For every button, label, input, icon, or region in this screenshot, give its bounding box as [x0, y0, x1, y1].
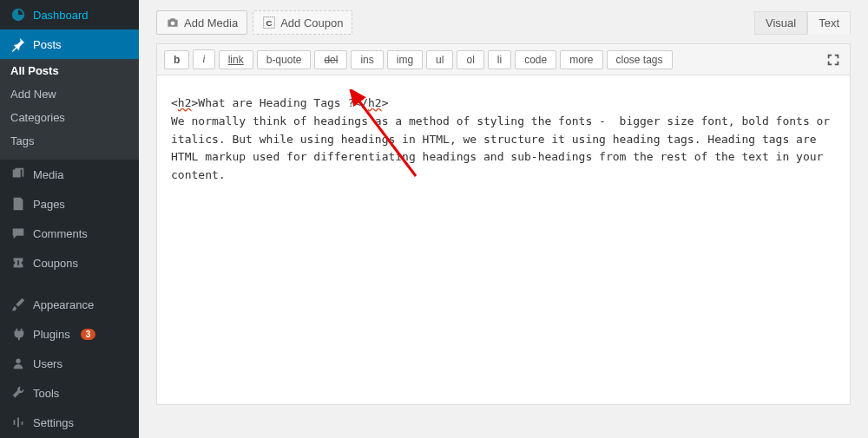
- media-icon: [10, 167, 26, 182]
- add-media-button[interactable]: Add Media: [156, 10, 247, 35]
- dashboard-icon: [10, 7, 26, 23]
- sidebar-item-plugins[interactable]: Plugins 3: [0, 319, 139, 349]
- toolbar-bquote[interactable]: b-quote: [257, 50, 312, 69]
- svg-text:C: C: [266, 18, 273, 28]
- sidebar-item-appearance[interactable]: Appearance: [0, 290, 139, 319]
- brush-icon: [10, 297, 26, 312]
- sidebar-item-media[interactable]: Media: [0, 160, 139, 189]
- plugin-icon: [10, 326, 26, 342]
- svg-point-0: [16, 359, 20, 363]
- text-editor-toolbar: b i link b-quote del ins img ul ol li co…: [156, 43, 851, 75]
- toolbar-del[interactable]: del: [314, 50, 347, 69]
- tab-visual[interactable]: Visual: [754, 11, 807, 35]
- tools-icon: [10, 385, 26, 401]
- camera-icon: [166, 16, 180, 29]
- tag-close: </h2>: [354, 96, 388, 109]
- sidebar-item-posts[interactable]: Posts: [0, 29, 139, 59]
- sidebar-item-tools[interactable]: Tools: [0, 378, 139, 408]
- heading-text: What are Heading Tags ?: [198, 96, 354, 109]
- settings-icon: [10, 415, 26, 430]
- toolbar-ins[interactable]: ins: [351, 50, 383, 69]
- sidebar-item-coupons[interactable]: Coupons: [0, 248, 139, 278]
- sidebar-item-label: Coupons: [33, 257, 78, 270]
- toolbar-bold[interactable]: b: [164, 50, 189, 69]
- coupon-c-icon: C: [262, 16, 276, 29]
- toolbar-img[interactable]: img: [387, 50, 423, 69]
- add-coupon-button[interactable]: C Add Coupon: [253, 10, 352, 35]
- media-toolbar: Add Media C Add Coupon Visual Text: [156, 10, 851, 35]
- sidebar-item-label: Dashboard: [33, 9, 89, 22]
- sidebar-item-label: Appearance: [33, 298, 94, 311]
- body-text: We normally think of headings as a metho…: [171, 114, 837, 181]
- plugins-update-badge: 3: [81, 329, 96, 340]
- sidebar-item-label: Settings: [33, 416, 74, 429]
- sidebar-item-label: Users: [33, 357, 62, 370]
- toolbar-li[interactable]: li: [488, 50, 511, 69]
- sidebar-subitem-tags[interactable]: Tags: [0, 129, 139, 153]
- sidebar-item-dashboard[interactable]: Dashboard: [0, 0, 139, 29]
- users-icon: [10, 356, 26, 371]
- toolbar-italic[interactable]: i: [193, 49, 214, 69]
- add-media-label: Add Media: [184, 16, 238, 29]
- fullscreen-icon: [825, 52, 841, 68]
- toolbar-code[interactable]: code: [515, 50, 556, 69]
- text-editor-area[interactable]: <h2>What are Heading Tags ?</h2> We norm…: [156, 75, 851, 405]
- sidebar-item-pages[interactable]: Pages: [0, 189, 139, 219]
- sidebar-subitem-all-posts[interactable]: All Posts: [0, 59, 139, 82]
- pin-icon: [10, 36, 26, 52]
- sidebar-item-comments[interactable]: Comments: [0, 219, 139, 248]
- add-coupon-label: Add Coupon: [280, 16, 343, 29]
- coupons-icon: [10, 255, 26, 271]
- page-icon: [10, 196, 26, 212]
- toolbar-link[interactable]: link: [219, 50, 253, 69]
- toolbar-more[interactable]: more: [560, 50, 602, 69]
- admin-sidebar: Dashboard Posts All Posts Add New Catego…: [0, 0, 139, 438]
- svg-point-1: [171, 21, 175, 25]
- sidebar-item-label: Comments: [33, 227, 88, 240]
- sidebar-item-label: Plugins: [33, 328, 70, 341]
- sidebar-subitem-add-new[interactable]: Add New: [0, 82, 139, 106]
- sidebar-item-settings[interactable]: Settings: [0, 408, 139, 437]
- fullscreen-button[interactable]: [824, 50, 843, 69]
- toolbar-ol[interactable]: ol: [457, 50, 483, 69]
- sidebar-item-users[interactable]: Users: [0, 349, 139, 378]
- toolbar-close-tags[interactable]: close tags: [607, 50, 673, 69]
- sidebar-item-label: Media: [33, 168, 63, 181]
- sidebar-submenu-posts: All Posts Add New Categories Tags: [0, 59, 139, 160]
- tag-open: <h2>: [171, 96, 198, 109]
- sidebar-item-label: Pages: [33, 198, 65, 211]
- comments-icon: [10, 226, 26, 241]
- toolbar-ul[interactable]: ul: [426, 50, 453, 69]
- sidebar-item-label: Posts: [33, 38, 62, 51]
- sidebar-item-label: Tools: [33, 387, 59, 400]
- editor-mode-tabs: Visual Text: [754, 11, 851, 35]
- sidebar-subitem-categories[interactable]: Categories: [0, 106, 139, 129]
- main-content: Add Media C Add Coupon Visual Text b i l…: [139, 0, 868, 415]
- tab-text[interactable]: Text: [807, 11, 851, 35]
